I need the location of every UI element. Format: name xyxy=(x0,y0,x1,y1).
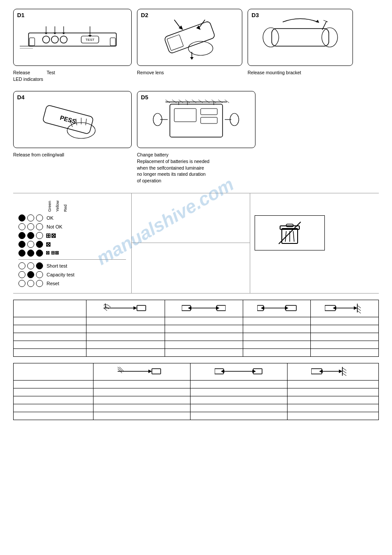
cell xyxy=(311,341,379,348)
led-yellow-notok xyxy=(27,223,34,230)
svg-point-2 xyxy=(51,36,58,43)
spacing-table-1-header xyxy=(14,300,379,317)
led-symbol-r5: ⊠ ⊞⊠ xyxy=(46,250,59,256)
weee-symbol-box xyxy=(255,215,325,250)
cell xyxy=(14,341,86,348)
d4-caption-text: Release from ceiling/wall xyxy=(13,152,64,157)
cell xyxy=(94,380,191,388)
led-red-bf xyxy=(36,232,43,239)
svg-point-1 xyxy=(43,36,50,43)
led-yellow-ct xyxy=(27,271,34,278)
led-red-r4 xyxy=(36,241,43,248)
spacing-section-2 xyxy=(13,363,379,420)
svg-point-28 xyxy=(263,28,279,47)
cell xyxy=(288,404,379,412)
svg-line-54 xyxy=(179,100,183,103)
led-label-reset: Reset xyxy=(47,281,59,286)
cell xyxy=(86,348,165,356)
cell xyxy=(288,388,379,396)
table-row xyxy=(14,317,379,325)
led-symbol-bf: ⊞⊠ xyxy=(46,232,56,239)
svg-line-52 xyxy=(165,100,170,103)
d3-illustration xyxy=(254,13,346,62)
captions-bottom-row: Release from ceiling/wall Change battery… xyxy=(13,152,379,184)
d2-interior xyxy=(137,9,242,65)
svg-rect-0 xyxy=(29,33,116,46)
spacing2-arrow-3 xyxy=(311,365,355,377)
d5-caption-line4: no longer meets its rated duration xyxy=(137,171,205,177)
svg-marker-106 xyxy=(221,370,224,373)
svg-line-39 xyxy=(86,119,86,125)
d5-caption-line3: when the selfcontained luminaire xyxy=(137,165,204,170)
spacing-table-2-body xyxy=(14,380,379,420)
svg-line-116 xyxy=(342,373,346,376)
table-row xyxy=(14,404,379,412)
svg-rect-27 xyxy=(272,29,329,46)
cell xyxy=(191,404,288,412)
spacing-arrow-2 xyxy=(182,302,226,314)
svg-marker-92 xyxy=(354,306,357,310)
svg-marker-102 xyxy=(148,370,152,373)
svg-rect-103 xyxy=(152,369,161,374)
spacing2-arrow-2 xyxy=(215,365,263,377)
led-status-table: Green Yellow Red OK Not OK xyxy=(13,193,132,293)
d5-caption: Change battery Replacement of batteries … xyxy=(137,152,304,184)
st2-col0 xyxy=(14,363,94,380)
led-green-notok xyxy=(18,223,25,230)
d5-caption-line1: Change battery xyxy=(137,152,169,157)
d5-caption-line5: of operation xyxy=(137,178,161,183)
weee-icon xyxy=(277,220,303,246)
diagram-d1: D1 TEST xyxy=(13,9,132,66)
d4-label: D4 xyxy=(17,94,25,101)
cell xyxy=(243,333,311,341)
cell xyxy=(191,412,288,420)
cell xyxy=(14,396,94,404)
led-row-5: ⊠ ⊞⊠ xyxy=(18,250,126,257)
d3-caption: Release mounting bracket xyxy=(248,69,353,82)
table-row xyxy=(14,412,379,420)
cell xyxy=(94,388,191,396)
cell xyxy=(243,348,311,356)
d3-interior xyxy=(248,9,352,65)
cell xyxy=(165,348,243,356)
led-green-r4 xyxy=(18,241,25,248)
cell xyxy=(14,333,86,341)
cell xyxy=(86,325,165,333)
st1-col4 xyxy=(311,300,379,317)
led-header-yellow: Yellow xyxy=(55,198,60,212)
cell xyxy=(94,404,191,412)
d1-caption: Release Test LED indicators xyxy=(13,69,132,82)
table-row xyxy=(14,380,379,388)
led-row-ok: OK xyxy=(18,214,126,221)
spacing-table-2 xyxy=(13,363,379,420)
cell xyxy=(288,380,379,388)
diagrams-top-row: D1 TEST xyxy=(13,9,379,66)
cell xyxy=(14,380,94,388)
st2-col1 xyxy=(94,363,191,380)
cell xyxy=(14,412,94,420)
svg-marker-82 xyxy=(216,306,219,310)
spacing-table-1 xyxy=(13,300,379,357)
spacing-section-1 xyxy=(13,300,379,357)
cell xyxy=(191,396,288,404)
svg-marker-86 xyxy=(261,306,264,310)
led-row-capacity-test: Capacity test xyxy=(18,271,126,278)
captions-top-row: Release Test LED indicators Remove lens … xyxy=(13,69,379,82)
led-red-notok xyxy=(36,223,43,230)
diagram-d5: D5 xyxy=(137,91,255,148)
led-green-bf xyxy=(18,232,25,239)
cell xyxy=(243,317,311,325)
led-green-ok xyxy=(18,214,25,221)
d5-label: D5 xyxy=(141,94,148,101)
svg-line-95 xyxy=(357,308,361,311)
d4-illustration: PESS xyxy=(20,95,125,144)
svg-marker-112 xyxy=(339,370,342,373)
d5-illustration xyxy=(144,95,249,144)
d3-label: D3 xyxy=(252,12,259,18)
cell xyxy=(288,396,379,404)
led-yellow-ok xyxy=(27,214,34,221)
cell xyxy=(14,325,86,333)
led-red-reset xyxy=(36,280,43,287)
svg-line-61 xyxy=(225,100,229,103)
svg-marker-81 xyxy=(188,306,191,310)
